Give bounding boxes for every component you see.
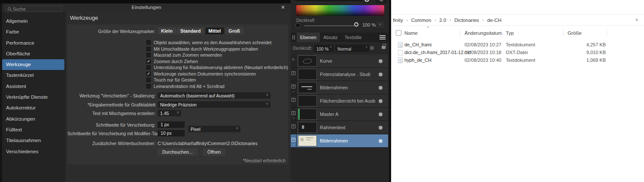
layer-row-kurve[interactable]: K Kurve (291, 55, 388, 68)
gear-icon[interactable]: ⚙ (370, 45, 374, 51)
layers-opacity-select[interactable]: 100 % ˅ (314, 45, 334, 52)
breadcrumb-separator-icon: › (433, 18, 437, 22)
opacity-knob-icon[interactable] (295, 23, 301, 28)
group-layer-icon: ≡ (292, 111, 295, 115)
column-header-type[interactable]: Typ (506, 30, 514, 36)
checkbox-objekt-auswaehlen[interactable] (146, 40, 151, 45)
column-header-name[interactable]: Name (404, 30, 418, 36)
layer-row-rahmentext[interactable]: T II Rahmentext (291, 121, 388, 134)
visibility-dot-icon[interactable] (379, 139, 383, 143)
checkbox-label: Objekt auswählen, wenn es den Auswahlrah… (154, 40, 271, 45)
marker-size-klein[interactable]: Klein (158, 27, 176, 34)
opacity-chevron-icon[interactable]: ˅ (377, 21, 384, 28)
tab-absatz[interactable]: Absatz (320, 33, 341, 42)
breadcrumb-item[interactable]: Dictonaries (453, 17, 481, 24)
tab-textstile[interactable]: Textstile (341, 33, 365, 42)
layer-row-bilderrahmen-1[interactable]: ✕› Bilderrahmen (291, 81, 388, 94)
search-box[interactable] (6, 6, 62, 12)
layer-thumbnail (298, 82, 317, 93)
sidebar-item-fuelltext[interactable]: Fülltext (2, 124, 64, 135)
search-input[interactable] (13, 6, 56, 12)
blend-mode-select[interactable]: Normal ˅ (335, 45, 369, 52)
lock-icon[interactable] (382, 46, 386, 49)
layer-row-flaechenuebersicht[interactable]: T Flächenübersicht bei Ausb (291, 94, 388, 108)
visibility-dot-icon[interactable] (379, 73, 383, 76)
breadcrumb-item[interactable]: de-CH (486, 17, 503, 24)
marker-size-gross[interactable]: Groß (225, 27, 243, 34)
breadcrumb-item[interactable]: finity (391, 17, 405, 24)
mischgamma-select[interactable]: 1.45 ˅ (158, 110, 181, 116)
column-header-date[interactable]: Änderungsdatum (465, 30, 502, 36)
sidebar-item-tastenkuerzel[interactable]: Tastenkürzel (2, 70, 64, 81)
layer-row-bilderrahmen-2-selected[interactable]: ✕› Bilderrahmen (291, 134, 388, 148)
visibility-dot-icon[interactable] (379, 59, 383, 63)
sidebar-item-titelausnahmen[interactable]: Titelausnahmen (2, 135, 64, 146)
step-unit-select[interactable]: Pixel ˅ (188, 126, 240, 132)
tab-ebenen[interactable]: Ebenen (297, 33, 320, 42)
top-slider-track[interactable] (294, 0, 364, 2)
sidebar-item-farbe[interactable]: Farbe (2, 27, 64, 37)
sidebar-item-allgemein[interactable]: Allgemein (2, 16, 64, 27)
checkbox-zoomen-ziehen[interactable] (146, 59, 151, 64)
top-slider-handle[interactable] (365, 0, 369, 2)
checkbox-umschalttaste[interactable] (146, 47, 151, 51)
expand-arrow-icon[interactable]: › (291, 143, 296, 147)
sidebar-item-performance[interactable]: Performance (2, 38, 64, 49)
checkbox-touch-gesten[interactable] (146, 78, 151, 82)
marker-size-standard[interactable]: Standard (177, 27, 204, 34)
breadcrumb-item[interactable]: 2.0 (437, 17, 448, 24)
tools-settings-panel: Größe der Werkzeugmarker: Klein Standard… (67, 24, 288, 164)
sidebar-item-verschiedenes[interactable]: Verschiedenes (2, 146, 64, 157)
file-row-dict-oxt[interactable]: dict-de_ch-frami_2017-01-12.oxt 02/08/20… (391, 49, 644, 57)
tablet-input-select[interactable]: Niedrige Präzision ˅ (158, 101, 270, 108)
sidebar-item-oberflaeche[interactable]: Oberfläche (2, 49, 64, 59)
layer-thumbnail (298, 55, 317, 67)
step-modifier-input[interactable]: 10 px (158, 130, 185, 136)
checkbox-label: Touch nur für Gesten (154, 77, 196, 82)
move-scaling-select[interactable]: Automatisch (basierend auf Auswahl) ˅ (158, 92, 270, 99)
drag-handle-icon[interactable] (292, 33, 297, 42)
checkbox-synchronisieren[interactable] (146, 72, 151, 76)
restart-note: *Neustart erforderlich (243, 158, 286, 163)
opacity-slider-handle[interactable] (354, 22, 358, 27)
file-row-hyph-de-ch[interactable]: hyph_de_CH 02/08/2023 10:40 Textdokument… (391, 57, 644, 64)
page-title: Werkzeuge (70, 15, 98, 21)
checkbox-leinwandrotation[interactable] (146, 84, 151, 88)
sidebar-item-abkuerzungen[interactable]: Abkürzungen (2, 114, 64, 124)
marker-size-mittel[interactable]: Mittel (205, 27, 225, 34)
expand-arrow-icon[interactable]: › (291, 117, 296, 120)
breadcrumb-item[interactable]: Common (410, 17, 433, 24)
checkbox-mausrad-zoomen[interactable] (146, 53, 151, 57)
layer-row-master-a[interactable]: ≡› Master A (291, 108, 388, 121)
checkbox-label: Werkzeuge zwischen Dokumenten synchronis… (154, 71, 256, 76)
sidebar-item-assistent[interactable]: Assistent (2, 81, 64, 92)
visibility-dot-icon[interactable] (379, 99, 383, 103)
layer-thumbnail (298, 95, 317, 106)
address-chevron-icon[interactable]: ˅ (635, 18, 638, 22)
column-header-size[interactable]: Größe (568, 30, 582, 36)
browse-button[interactable]: Durchsuchen... (158, 148, 197, 156)
sidebar-item-autokorrektur[interactable]: Autokorrektur (2, 103, 64, 113)
breadcrumb-separator-icon: › (405, 18, 410, 22)
layer-row-potenzialanalyse[interactable]: T Potenzialanalyse . Studi (291, 68, 388, 81)
visibility-dot-icon[interactable] (379, 112, 383, 116)
chevron-down-icon: ˅ (330, 45, 332, 49)
step-input[interactable]: 1 px (158, 121, 185, 128)
checkbox-radialsteuerung[interactable] (146, 65, 151, 70)
column-headers: Name ^ Änderungsdatum Typ Größe (391, 27, 644, 39)
sidebar-item-werkzeuge[interactable]: Werkzeuge (2, 59, 64, 70)
frame-layer-icon: ✕ (292, 85, 295, 88)
opacity-slider-track[interactable] (304, 25, 354, 26)
panel-menu-icon[interactable] (380, 35, 386, 40)
search-icon (8, 7, 11, 10)
visibility-dot-icon[interactable] (379, 86, 383, 90)
select-all-checkbox[interactable] (396, 30, 401, 36)
visibility-dot-icon[interactable] (379, 126, 383, 130)
expand-arrow-icon[interactable]: › (291, 90, 296, 94)
top-slider-value: ∞ (376, 0, 387, 4)
file-row-de-ch-frami[interactable]: de_CH_frami 02/08/2023 10:27 Textdokumen… (391, 41, 644, 49)
close-icon[interactable]: ✕ (279, 4, 286, 11)
color-picker-gradient[interactable] (296, 5, 384, 16)
sidebar-item-verknuepfte-dienste[interactable]: Verknüpfte Dienste (2, 92, 64, 103)
open-button[interactable]: Öffnen (203, 148, 225, 156)
